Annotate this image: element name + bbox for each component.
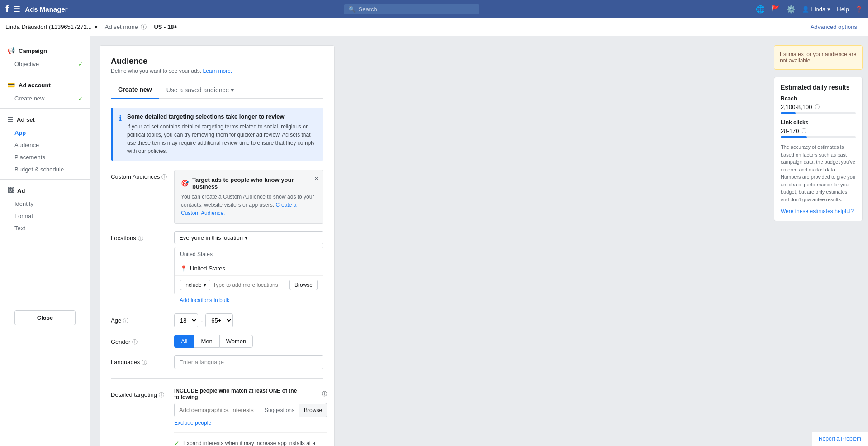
sidebar-item-budget[interactable]: Budget & schedule (0, 163, 90, 176)
main-content: Audience Define who you want to see your… (90, 36, 768, 446)
campaign-icon: 📢 (7, 47, 15, 54)
estimates-helpful-link[interactable]: Were these estimates helpful? (781, 208, 854, 214)
search-bar: 🔍 (344, 4, 479, 14)
location-type-dropdown[interactable]: Everyone in this location ▾ (174, 231, 323, 244)
exclude-people-link[interactable]: Exclude people (174, 420, 211, 426)
user-menu[interactable]: 👤 Linda ▾ (802, 6, 830, 13)
include-dropdown[interactable]: Include ▾ (180, 280, 210, 290)
age-min-select[interactable]: 18212530 (174, 313, 198, 327)
include-info-icon: ⓘ (322, 390, 327, 398)
chevron-down-icon: ▾ (827, 6, 830, 13)
gender-row: Gender ⓘ All Men Women (111, 335, 323, 348)
search-input[interactable] (358, 6, 475, 13)
language-input[interactable] (174, 355, 323, 369)
gender-all-button[interactable]: All (174, 335, 194, 348)
expand-check-icon: ✓ (174, 440, 180, 446)
sidebar-item-text[interactable]: Text (0, 222, 90, 234)
age-max-select[interactable]: 65+605550 (205, 313, 233, 327)
estimates-unavailable-box: Estimates for your audience are not avai… (774, 45, 863, 70)
link-clicks-info-icon: ⓘ (802, 128, 806, 134)
close-button[interactable]: Close (14, 310, 76, 325)
gender-button-group: All Men Women (174, 335, 323, 348)
info-banner: ℹ Some detailed targeting selections tak… (111, 108, 323, 161)
custom-audiences-control: × 🎯 Target ads to people who know your b… (174, 170, 323, 224)
check-icon-objective: ✓ (78, 61, 83, 67)
ad-set-value: US - 18+ (154, 24, 177, 30)
estimates-panel: Estimated daily results Reach 2,100-8,10… (774, 77, 863, 221)
sidebar-item-audience[interactable]: Audience (0, 139, 90, 151)
top-navigation: f ☰ Ads Manager 🔍 🌐 🚩 ⚙️ 👤 Linda ▾ Help … (0, 0, 868, 18)
target-icon: 🎯 (181, 180, 189, 187)
location-list-header: United States (175, 247, 323, 261)
settings-icon[interactable]: ⚙️ (787, 5, 796, 14)
help-label[interactable]: Help (837, 6, 849, 13)
suggestions-button[interactable]: Suggestions (260, 404, 299, 417)
advanced-options-link[interactable]: Advanced options (811, 24, 857, 30)
age-row: Age ⓘ 18212530 - 65+605550 (111, 313, 323, 327)
sidebar-item-create-new-account[interactable]: Create new ✓ (0, 92, 90, 104)
location-browse-button[interactable]: Browse (289, 280, 318, 290)
chevron-down-icon-tab: ▾ (231, 86, 234, 94)
age-dash: - (201, 317, 203, 324)
right-panel: Estimates for your audience are not avai… (768, 36, 868, 446)
account-selector[interactable]: Linda Dräusdorf (11396517272... ▾ (5, 24, 98, 30)
info-icon-gender: ⓘ (132, 338, 138, 346)
account-name: Linda Dräusdorf (11396517272... (5, 24, 92, 30)
custom-audience-box: × 🎯 Target ads to people who know your b… (174, 170, 323, 224)
info-icon-detailed: ⓘ (159, 391, 164, 399)
learn-more-link[interactable]: Learn more. (203, 68, 232, 74)
link-clicks-progress-bar (781, 136, 856, 138)
info-icon-languages: ⓘ (142, 359, 147, 366)
detailed-input-row: Suggestions Browse (174, 403, 327, 417)
gender-men-button[interactable]: Men (194, 335, 219, 348)
sidebar-item-identity[interactable]: Identity (0, 198, 90, 210)
locations-control: Everyone in this location ▾ United State… (174, 231, 323, 306)
gender-control: All Men Women (174, 335, 323, 348)
detailed-targeting-label: Detailed targeting ⓘ (111, 388, 174, 399)
expand-interests-text: Expand interests when it may increase ap… (183, 440, 315, 446)
check-icon-account: ✓ (78, 95, 83, 102)
flag-icon[interactable]: 🚩 (771, 5, 780, 14)
info-icon-locations: ⓘ (138, 235, 143, 242)
audience-panel: Audience Define who you want to see your… (100, 45, 335, 446)
sidebar-item-objective[interactable]: Objective ✓ (0, 58, 90, 70)
avatar: 👤 (802, 6, 809, 13)
page-subtitle: Define who you want to see your ads. Lea… (111, 68, 323, 74)
ad-set-info-icon: ⓘ (141, 24, 147, 30)
tab-create-new[interactable]: Create new (111, 81, 159, 99)
detailed-targeting-input[interactable] (175, 403, 260, 417)
app-title: Ads Manager (25, 5, 67, 13)
gender-women-button[interactable]: Women (219, 335, 253, 348)
gender-label: Gender ⓘ (111, 335, 174, 346)
sidebar-item-format[interactable]: Format (0, 210, 90, 222)
tab-saved-audience[interactable]: Use a saved audience ▾ (159, 81, 242, 98)
page-title: Audience (111, 57, 323, 66)
detailed-browse-button[interactable]: Browse (299, 404, 327, 417)
close-custom-audience-icon[interactable]: × (314, 175, 318, 183)
report-problem-bar[interactable]: Report a Problem (812, 432, 868, 446)
reach-progress-bar (781, 112, 856, 114)
globe-icon[interactable]: 🌐 (756, 5, 765, 14)
info-icon-custom-audiences: ⓘ (161, 173, 167, 181)
info-banner-title: Some detailed targeting selections take … (127, 113, 317, 120)
user-name: Linda (811, 6, 825, 13)
info-banner-text: If your ad set contains detailed targeti… (127, 123, 317, 155)
location-type-input[interactable] (213, 282, 287, 288)
chevron-down-icon-account: ▾ (95, 24, 98, 30)
location-input-row: Include ▾ Browse (175, 275, 323, 294)
help-question-icon: ❓ (855, 6, 863, 13)
reach-info-icon: ⓘ (815, 104, 820, 110)
estimates-note: The accuracy of estimates is based on fa… (781, 143, 856, 203)
locations-label: Locations ⓘ (111, 231, 174, 242)
link-clicks-progress-fill (781, 136, 807, 138)
location-list-box: United States 📍 United States Include ▾ (174, 247, 323, 294)
close-button-container: Close (7, 238, 83, 332)
custom-audience-title: Target ads to people who know your busin… (192, 176, 317, 190)
hamburger-icon[interactable]: ☰ (13, 4, 20, 14)
ad-set-icon: ☰ (7, 116, 13, 123)
sidebar-item-app[interactable]: App (0, 127, 90, 139)
ad-icon: 🖼 (7, 187, 14, 194)
sidebar-item-placements[interactable]: Placements (0, 151, 90, 163)
reach-label: Reach (781, 95, 856, 102)
add-bulk-locations-link[interactable]: Add locations in bulk (174, 294, 235, 306)
